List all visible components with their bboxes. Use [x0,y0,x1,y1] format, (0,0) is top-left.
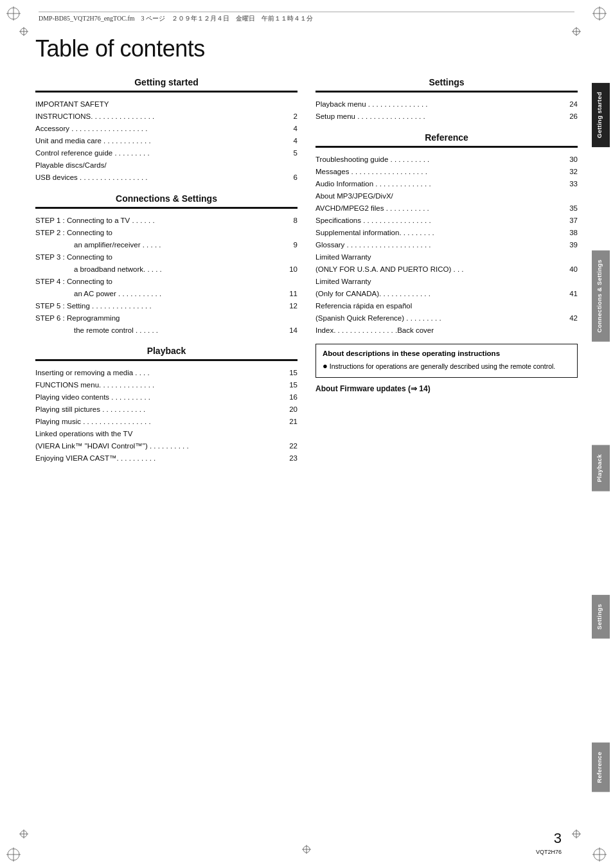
reference-divider [315,146,578,148]
toc-entry-linked: Linked operations with the TV (VIERA Lin… [35,428,298,452]
toc-entry-unit-media: Unit and media care . . . . . . . . . . … [35,135,298,147]
toc-entry-music: Playing music . . . . . . . . . . . . . … [35,416,298,428]
toc-entry-playback-menu: Playback menu . . . . . . . . . . . . . … [315,98,578,111]
getting-started-header: Getting started [35,76,298,88]
reg-mark-br [592,847,607,862]
toc-entry-supplemental: Supplemental information. . . . . . . . … [315,227,578,239]
section-getting-started: Getting started IMPORTANT SAFETY INSTRUC… [35,76,298,184]
toc-entry-inserting: Inserting or removing a media . . . . 15 [35,367,298,379]
toc-entry-functions: FUNCTIONS menu. . . . . . . . . . . . . … [35,379,298,391]
section-playback: Playback Inserting or removing a media .… [35,345,298,465]
playback-header: Playback [35,345,298,357]
getting-started-divider [35,91,298,93]
bullet-icon: ● [323,362,328,371]
section-reference: Reference Troubleshooting guide . . . . … [315,132,578,337]
toc-entry-index: Index. . . . . . . . . . . . . . . .Back… [315,324,578,337]
toc-entry-video: Playing video contents . . . . . . . . .… [35,391,298,403]
toc-entry-playable: Playable discs/Cards/ USB devices . . . … [35,159,298,184]
right-column: Settings Playback menu . . . . . . . . .… [315,76,578,465]
toc-entry-step4: STEP 4 : Connecting to an AC power . . .… [35,276,298,300]
toc-entry-step6: STEP 6 : Reprogramming the remote contro… [35,312,298,337]
page-title: Table of contents [35,35,578,62]
crosshair-bottom-center [302,845,311,856]
toc-entry-specs: Specifications . . . . . . . . . . . . .… [315,215,578,227]
about-descriptions-box: About descriptions in these operating in… [315,344,578,377]
reg-mark-bl [6,847,21,862]
settings-header: Settings [315,76,578,88]
reg-mark-tr [592,6,607,21]
reference-header: Reference [315,132,578,143]
model-number: VQT2H76 [536,848,562,856]
toc-entry-viera-cast: Enjoying VIERA CAST™. . . . . . . . . . … [35,452,298,465]
file-info-header: DMP-BD85_VQT2H76_engTOC.fm 3 ページ ２０９年１２月… [39,12,574,23]
section-tabs: Getting started Connections & Settings P… [589,32,613,842]
section-connections: Connections & Settings STEP 1 : Connecti… [35,193,298,337]
two-column-layout: Getting started IMPORTANT SAFETY INSTRUC… [35,76,578,465]
toc-entry-step2: STEP 2 : Connecting to an amplifier/rece… [35,227,298,251]
toc-entry-warranty-canada: Limited Warranty (Only for CANADA). . . … [315,276,578,300]
crosshair-tl [19,27,28,39]
toc-entry-mp3: About MP3/JPEG/DivX/ AVCHD/MPEG2 files .… [315,190,578,215]
page-number: 3 [536,829,562,849]
firmware-update-note: About Firmware updates (⇒ 14) [315,384,578,393]
about-descriptions-title: About descriptions in these operating in… [323,349,571,359]
tab-settings[interactable]: Settings [592,595,610,639]
toc-entry-messages: Messages . . . . . . . . . . . . . . . .… [315,166,578,178]
left-column: Getting started IMPORTANT SAFETY INSTRUC… [35,76,298,465]
tab-connections-settings[interactable]: Connections & Settings [592,251,610,342]
settings-divider [315,91,578,93]
connections-divider [35,207,298,209]
toc-entry-step3: STEP 3 : Connecting to a broadband netwo… [35,251,298,276]
toc-entry-audio-info: Audio Information . . . . . . . . . . . … [315,178,578,190]
toc-entry-spanish: Referencia rápida en español (Spanish Qu… [315,300,578,324]
page-footer: 3 VQT2H76 [536,829,562,856]
about-descriptions-body: ● Instructions for operations are genera… [323,362,571,371]
crosshair-bl [19,829,28,841]
toc-entry-warranty-usa: Limited Warranty (ONLY FOR U.S.A. AND PU… [315,251,578,276]
toc-entry-accessory: Accessory . . . . . . . . . . . . . . . … [35,123,298,135]
section-settings: Settings Playback menu . . . . . . . . .… [315,76,578,123]
tab-playback[interactable]: Playback [592,445,610,492]
toc-entry-still: Playing still pictures . . . . . . . . .… [35,403,298,416]
reg-mark-tl [6,6,21,21]
playback-divider [35,359,298,361]
toc-entry-glossary: Glossary . . . . . . . . . . . . . . . .… [315,239,578,251]
toc-entry-setup-menu: Setup menu . . . . . . . . . . . . . . .… [315,111,578,123]
toc-entry-safety: IMPORTANT SAFETY INSTRUCTIONS. . . . . .… [35,98,298,123]
toc-entry-step1: STEP 1 : Connecting to a TV . . . . . . … [35,215,298,227]
tab-reference[interactable]: Reference [592,743,610,792]
toc-entry-control-ref: Control reference guide . . . . . . . . … [35,147,298,159]
toc-entry-troubleshooting: Troubleshooting guide . . . . . . . . . … [315,154,578,166]
tab-getting-started[interactable]: Getting started [592,83,610,147]
toc-entry-step5: STEP 5 : Setting . . . . . . . . . . . .… [35,300,298,312]
connections-header: Connections & Settings [35,193,298,204]
main-content: Table of contents Getting started IMPORT… [35,35,578,836]
